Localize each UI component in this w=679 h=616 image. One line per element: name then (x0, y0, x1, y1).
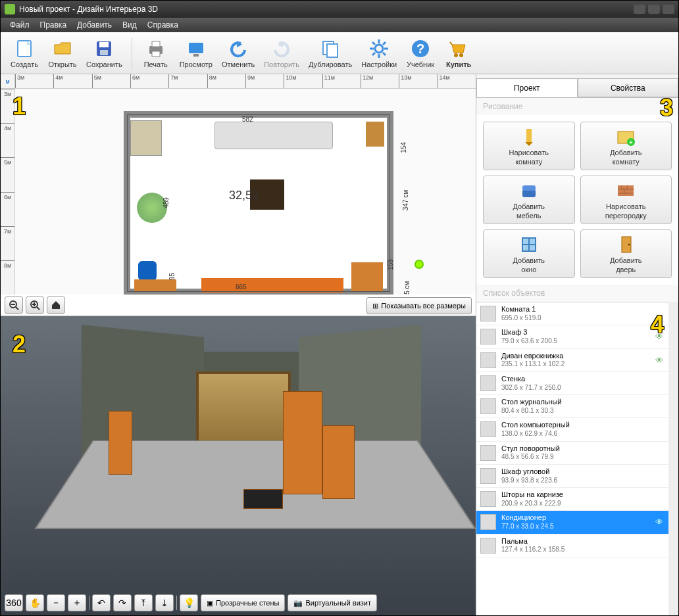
app-icon (5, 4, 15, 14)
list-item[interactable]: Стол компьютерный138.0 x 62.9 x 74.6 (476, 418, 668, 441)
tilt-down-button[interactable]: ⤓ (155, 594, 174, 611)
orbit-button[interactable]: 360 (5, 594, 23, 611)
buy-icon (448, 38, 469, 59)
svg-point-23 (459, 53, 463, 57)
plan-2d-view[interactable]: м 3м4м5м6м7м8м9м10м11м12м13м14м 3м4м5м6м… (1, 74, 476, 316)
list-item[interactable]: Кондиционер77.0 x 33.0 x 24.5👁 (476, 511, 668, 534)
rotate-left-button[interactable]: ↶ (92, 594, 111, 611)
list-item[interactable]: Стол журнальный80.4 x 80.1 x 30.3 (476, 395, 668, 418)
list-item[interactable]: Шкаф 379.0 x 63.6 x 200.5👁 (476, 325, 668, 348)
item-dims: 93.9 x 93.8 x 223.6 (501, 477, 557, 485)
object-list[interactable]: Комната 1695.0 x 519.0Шкаф 379.0 x 63.6 … (476, 302, 668, 615)
home-button[interactable] (47, 296, 65, 314)
open-button[interactable]: Открыть (44, 37, 81, 70)
minimize-button[interactable] (634, 5, 645, 14)
view-3d[interactable]: 2 360 ✋ － ＋ ↶ ↷ ⤒ ⤓ 💡 ▣ Прозрачные стены (1, 316, 476, 615)
scrollbar[interactable] (668, 302, 678, 615)
item-dims: 77.0 x 33.0 x 24.5 (501, 523, 554, 531)
list-item[interactable]: Диван еврокнижка235.1 x 113.1 x 102.2👁 (476, 349, 668, 372)
menu-Вид[interactable]: Вид (117, 19, 142, 31)
add-room-button[interactable]: +Добавитькомнату (580, 122, 672, 170)
redo-button[interactable]: Повторить (260, 37, 303, 70)
print-button[interactable]: Печать (138, 37, 174, 70)
duplicate-button[interactable]: Дублировать (305, 37, 356, 70)
menu-Справка[interactable]: Справка (142, 19, 184, 31)
rotate-right-button[interactable]: ↷ (113, 594, 132, 611)
duplicate-label: Дублировать (309, 60, 352, 68)
item-thumb-icon (480, 514, 496, 530)
draw-part-button[interactable]: Нарисоватьперегородку (580, 176, 672, 224)
selection-handle[interactable] (415, 260, 424, 269)
svg-text:?: ? (416, 41, 424, 56)
pan-button[interactable]: ✋ (26, 594, 44, 611)
draw-room-button[interactable]: Нарисоватькомнату (483, 122, 575, 170)
visibility-icon[interactable]: 👁 (655, 356, 663, 365)
tab-project[interactable]: Проект (476, 78, 578, 97)
virtual-visit-label: Виртуальный визит (305, 599, 371, 607)
draw-room-icon (518, 126, 540, 147)
room-outline[interactable]: 582 32,52 489 665 95 347 см 154 159 65 с… (124, 111, 393, 295)
furniture-chair[interactable] (138, 261, 157, 281)
maximize-button[interactable] (648, 5, 660, 14)
camera-icon: 📷 (293, 599, 303, 607)
callout-2: 2 (13, 331, 26, 358)
list-item[interactable]: Шкаф угловой93.9 x 93.8 x 223.6 (476, 465, 668, 488)
item-thumb-icon (480, 375, 496, 391)
tab-properties[interactable]: Свойства (578, 78, 679, 97)
dim-r2: 154 (400, 142, 407, 153)
add-window-button[interactable]: Добавитьокно (483, 229, 575, 278)
item-name: Шторы на карнизе (501, 490, 563, 500)
create-button[interactable]: Создать (6, 37, 43, 70)
save-button[interactable]: Сохранить (82, 37, 126, 70)
visibility-icon[interactable]: 👁 (655, 332, 663, 341)
dim-rb: 65 см (404, 281, 411, 295)
view-3d-scene (53, 337, 449, 582)
window-title: Новый проект - Дизайн Интерьера 3D (19, 5, 158, 14)
list-item[interactable]: Стенка302.6 x 71.7 x 250.0 (476, 372, 668, 395)
menu-Правка[interactable]: Правка (35, 19, 72, 31)
buy-button[interactable]: Купить (440, 37, 477, 70)
preview-button[interactable]: Просмотр (176, 37, 216, 70)
furniture-wardrobe[interactable] (130, 120, 162, 156)
add-door-button[interactable]: Добавитьдверь (580, 229, 672, 278)
furniture-desk[interactable] (134, 279, 176, 291)
menu-Добавить[interactable]: Добавить (72, 19, 117, 31)
virtual-visit-button[interactable]: 📷 Виртуальный визит (288, 594, 377, 611)
list-item[interactable]: Комната 1695.0 x 519.0 (476, 302, 668, 325)
svg-line-18 (383, 42, 386, 45)
item-name: Шкаф 3 (501, 328, 557, 337)
list-item[interactable]: Шторы на карнизе200.9 x 20.3 x 222.9 (476, 488, 668, 511)
add-furn-icon (518, 180, 540, 201)
furniture-corner[interactable] (351, 262, 383, 291)
visibility-icon[interactable]: 👁 (655, 517, 663, 527)
transparent-walls-button[interactable]: ▣ Прозрачные стены (201, 594, 285, 611)
close-button[interactable] (663, 5, 674, 14)
redo-label: Повторить (264, 60, 299, 68)
plan-canvas[interactable]: 582 32,52 489 665 95 347 см 154 159 65 с… (15, 89, 476, 295)
tilt-up-button[interactable]: ⤒ (134, 594, 153, 611)
item-dims: 127.4 x 116.2 x 158.5 (501, 546, 565, 554)
menu-Файл[interactable]: Файл (5, 19, 35, 31)
furniture-sofa-top[interactable] (214, 122, 333, 149)
item-name: Диван еврокнижка (501, 352, 565, 361)
item-dims: 302.6 x 71.7 x 250.0 (501, 384, 561, 392)
print-icon (145, 38, 166, 59)
help-button[interactable]: ?Учебник (402, 37, 439, 70)
panel-tabs: Проект Свойства (476, 78, 678, 98)
svg-line-16 (372, 42, 375, 45)
zoom-out-button[interactable] (5, 296, 23, 314)
zoom-in-3d-button[interactable]: ＋ (68, 594, 86, 611)
undo-button[interactable]: Отменить (218, 37, 259, 70)
add-furn-button[interactable]: Добавитьмебель (483, 176, 575, 224)
dim-right: 347 см (402, 190, 409, 210)
list-item[interactable]: Стул поворотный48.5 x 56.6 x 79.9 (476, 442, 668, 465)
duplicate-icon (320, 38, 341, 59)
settings-button[interactable]: Настройки (357, 37, 401, 70)
light-button[interactable]: 💡 (180, 594, 198, 611)
zoom-out-3d-button[interactable]: － (47, 594, 65, 611)
zoom-in-button[interactable] (26, 296, 44, 314)
show-dimensions-button[interactable]: ⊞ Показывать все размеры (366, 297, 472, 314)
furniture-sofa-bottom[interactable] (201, 278, 343, 293)
furniture-cabinet[interactable] (366, 122, 384, 147)
list-item[interactable]: Пальма127.4 x 116.2 x 158.5 (476, 534, 668, 557)
